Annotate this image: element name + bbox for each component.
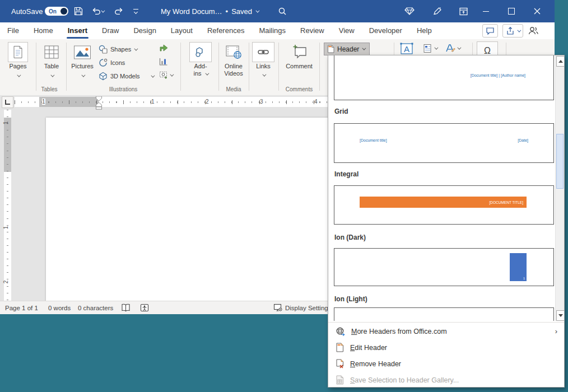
group-label-media: Media [208,86,259,92]
search-button[interactable] [276,0,289,22]
table-label: Table [39,63,64,70]
designer-button[interactable] [402,0,417,22]
shapes-button[interactable]: Shapes [99,43,137,55]
pictures-button[interactable]: Pictures [68,41,96,78]
indent-markers[interactable] [95,96,103,110]
submenu-arrow-icon: › [555,327,557,335]
icons-icon [99,58,108,67]
new-comment-icon [291,44,308,60]
tab-mailings[interactable]: Mailings [252,22,293,39]
quick-parts-button[interactable] [423,44,437,53]
character-count[interactable]: 0 characters [78,301,113,314]
ribbon-tab-bar: File Home Insert Draw Design Layout Refe… [0,22,555,39]
tab-view[interactable]: View [332,22,362,39]
links-button[interactable]: Links [251,41,276,78]
maximize-button[interactable] [503,0,520,22]
document-title[interactable]: My Word Docum… • Saved [161,0,258,22]
3d-models-label: 3D Models [110,73,140,80]
tab-review[interactable]: Review [293,22,332,39]
redo-button[interactable] [112,0,125,22]
close-icon [534,8,541,15]
online-videos-label-line1: Online [225,63,243,69]
inking-button[interactable] [430,0,445,22]
tab-references[interactable]: References [200,22,252,39]
autosave-toggle[interactable]: On [45,0,68,22]
integral-banner: [DOCUMENT TITLE] [360,197,527,208]
header-style-preview-integral[interactable]: [DOCUMENT TITLE] [334,185,554,225]
screenshot-icon [159,71,168,79]
chevron-down-icon [17,73,21,77]
pages-label: Pages [4,63,31,70]
online-videos-icon [225,45,242,59]
accessibility-button[interactable] [140,301,149,314]
menu-item-label: More Headers from Office.com [351,328,447,335]
pen-icon [432,6,443,16]
pages-button[interactable]: Pages [4,41,31,78]
menu-item-remove-header[interactable]: Remove Header [328,356,564,372]
header-style-preview-grid[interactable]: [Document title] [Date] [334,123,554,163]
scroll-down-button[interactable] [556,310,564,321]
doc-title-text: My Word Docum… [161,7,222,16]
cube-icon [99,72,108,81]
tab-help[interactable]: Help [409,22,439,39]
tab-design[interactable]: Design [126,22,163,39]
header-style-preview-ion-light[interactable] [334,307,554,321]
chevron-down-icon [457,46,461,50]
edit-header-icon [336,343,344,352]
wordart-button[interactable] [445,44,460,53]
tab-insert[interactable]: Insert [60,22,95,39]
ruler-number: 1 [3,122,9,125]
minimize-button[interactable] [477,0,494,22]
tab-developer[interactable]: Developer [362,22,409,39]
comments-toggle-button[interactable] [482,24,498,38]
icons-button[interactable]: Icons [99,57,125,69]
text-box-icon: A [399,41,414,56]
menu-item-more-headers[interactable]: More Headers from Office.com › [328,323,564,339]
scrollbar-thumb[interactable] [556,134,564,189]
proofing-button[interactable] [121,301,131,314]
ruler-number: 1 [42,99,45,105]
display-settings-button[interactable]: Display Settings [273,301,331,314]
table-button[interactable]: Table [39,41,64,78]
chevron-down-icon [205,72,209,76]
comment-button[interactable]: Comment [282,41,316,70]
menu-item-label: Remove Header [350,360,401,368]
menu-item-label: Save Selection to Header Gallery... [350,376,459,384]
accessibility-icon [140,304,149,312]
undo-icon [91,7,101,16]
search-icon [278,7,287,16]
tab-selector-button[interactable] [2,96,13,108]
tab-layout[interactable]: Layout [164,22,200,39]
chart-button[interactable] [159,58,168,66]
menu-item-edit-header[interactable]: Edit Header [328,339,564,356]
ribbon-display-options-button[interactable] [456,0,471,22]
tab-draw[interactable]: Draw [95,22,126,39]
scroll-down-icon [558,314,563,317]
ruler-number: 2 [3,281,9,284]
page-count[interactable]: Page 1 of 1 [5,301,38,314]
tab-file[interactable]: File [0,22,26,39]
share-button[interactable] [502,24,523,38]
gallery-scrollbar[interactable] [555,55,564,321]
undo-button[interactable] [89,0,106,22]
word-count[interactable]: 0 words [48,301,71,314]
text-box-button[interactable]: A [399,41,414,56]
header-style-preview-ion-dark[interactable]: 1 [334,248,554,286]
smartart-icon [159,44,168,52]
save-button[interactable] [72,0,85,22]
screenshot-button[interactable] [159,71,173,79]
chevron-down-icon [133,10,137,14]
add-ins-button[interactable]: Add- ins [185,41,216,77]
tab-home[interactable]: Home [26,22,60,39]
scroll-up-button[interactable] [556,56,564,67]
3d-models-button[interactable]: 3D Models [99,70,153,82]
online-videos-button[interactable]: Online Videos [220,41,248,77]
group-label-illustrations: Illustrations [98,86,148,92]
header-style-preview[interactable]: [Document title] | [Author name] [334,55,554,100]
smartart-button[interactable] [159,44,168,52]
people-button[interactable] [528,26,539,36]
quick-access-toolbar-overflow-button[interactable] [129,0,142,22]
gallery-item-label: Integral [334,170,359,178]
close-button[interactable] [529,0,546,22]
header-button[interactable]: Header [324,43,370,55]
